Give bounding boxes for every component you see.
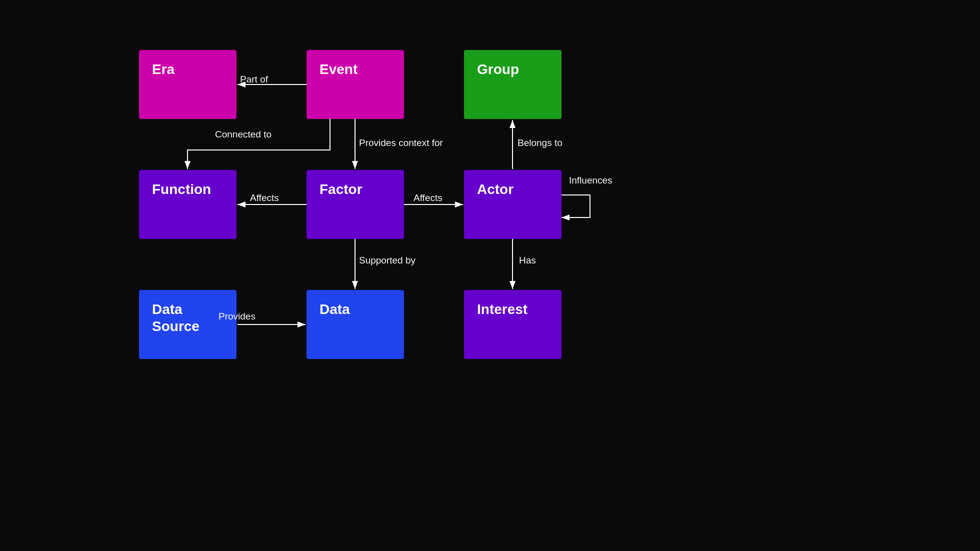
edge-label-influences: Influences	[569, 175, 612, 186]
node-interest-label: Interest	[477, 301, 528, 318]
edge-label-supported-by: Supported by	[359, 255, 416, 266]
node-function[interactable]: Function	[139, 170, 236, 239]
node-actor-label: Actor	[477, 181, 514, 198]
edge-label-belongs-to: Belongs to	[518, 138, 562, 148]
edge-label-has: Has	[519, 255, 536, 266]
node-era[interactable]: Era	[139, 50, 236, 119]
node-function-label: Function	[152, 181, 211, 198]
diagram-container: Era Event Group Function Factor Actor Da…	[0, 0, 980, 551]
node-event[interactable]: Event	[306, 50, 404, 119]
node-factor[interactable]: Factor	[306, 170, 404, 239]
node-actor[interactable]: Actor	[464, 170, 562, 239]
edge-label-provides: Provides	[218, 311, 256, 322]
node-group-label: Group	[477, 61, 519, 78]
node-interest[interactable]: Interest	[464, 290, 562, 359]
edge-label-provides-context: Provides context for	[359, 138, 443, 148]
node-event-label: Event	[320, 61, 358, 78]
edge-label-affects-function: Affects	[250, 192, 279, 204]
node-datasource[interactable]: Data Source	[139, 290, 236, 359]
edge-label-connected-to: Connected to	[215, 129, 272, 140]
edge-label-part-of: Part of	[240, 74, 268, 85]
node-data-label: Data	[320, 301, 350, 318]
node-era-label: Era	[152, 61, 174, 78]
edge-label-affects-actor: Affects	[414, 192, 442, 204]
node-datasource-label: Data Source	[152, 301, 224, 334]
node-data[interactable]: Data	[306, 290, 404, 359]
node-factor-label: Factor	[320, 181, 362, 198]
node-group[interactable]: Group	[464, 50, 562, 119]
